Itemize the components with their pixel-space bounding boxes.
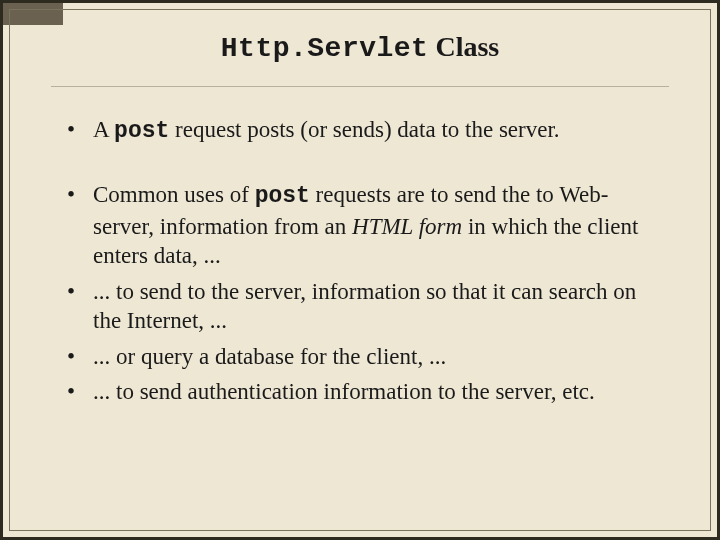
title-mono: Http.Servlet — [221, 33, 429, 64]
code-text: post — [114, 118, 169, 144]
list-item: ... or query a database for the client, … — [67, 342, 653, 371]
slide: Http.Servlet Class A post request posts … — [0, 0, 720, 540]
list-item: Common uses of post requests are to send… — [67, 180, 653, 270]
bullet-text: ... or query a database for the client, … — [93, 344, 446, 369]
title-serif: Class — [428, 31, 499, 62]
slide-title: Http.Servlet Class — [3, 3, 717, 76]
code-text: post — [255, 183, 310, 209]
list-item: ... to send to the server, information s… — [67, 277, 653, 336]
spacer — [67, 152, 653, 180]
bullet-text: A — [93, 117, 114, 142]
list-item: A post request posts (or sends) data to … — [67, 115, 653, 146]
bullet-text: ... to send to the server, information s… — [93, 279, 636, 333]
bullet-list: A post request posts (or sends) data to … — [67, 115, 653, 146]
corner-decoration — [3, 3, 63, 25]
slide-content: A post request posts (or sends) data to … — [3, 87, 717, 407]
bullet-list: Common uses of post requests are to send… — [67, 180, 653, 406]
bullet-text: request posts (or sends) data to the ser… — [169, 117, 559, 142]
bullet-text: ... to send authentication information t… — [93, 379, 595, 404]
bullet-text: Common uses of — [93, 182, 255, 207]
list-item: ... to send authentication information t… — [67, 377, 653, 406]
italic-text: HTML form — [352, 214, 462, 239]
